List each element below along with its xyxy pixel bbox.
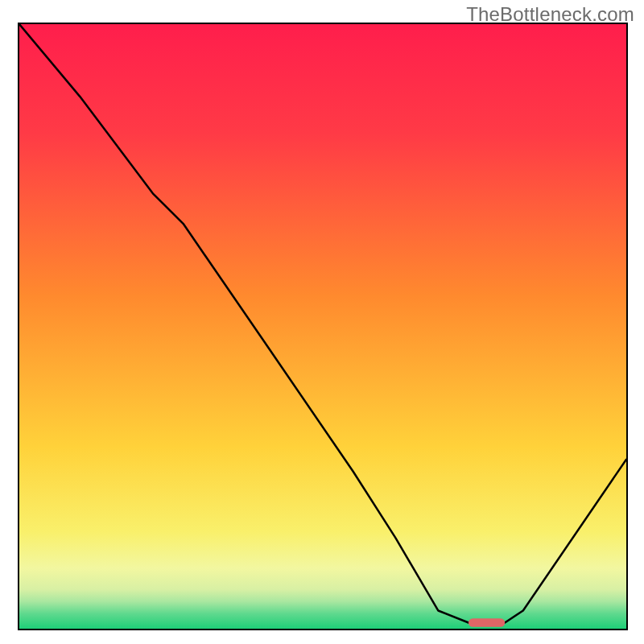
- optimal-marker: [469, 618, 505, 627]
- bottleneck-curve-path: [19, 24, 626, 622]
- curve-layer: [19, 24, 626, 629]
- plot-area: [18, 23, 628, 630]
- watermark-text: TheBottleneck.com: [466, 3, 634, 26]
- bottleneck-chart: TheBottleneck.com: [0, 0, 644, 644]
